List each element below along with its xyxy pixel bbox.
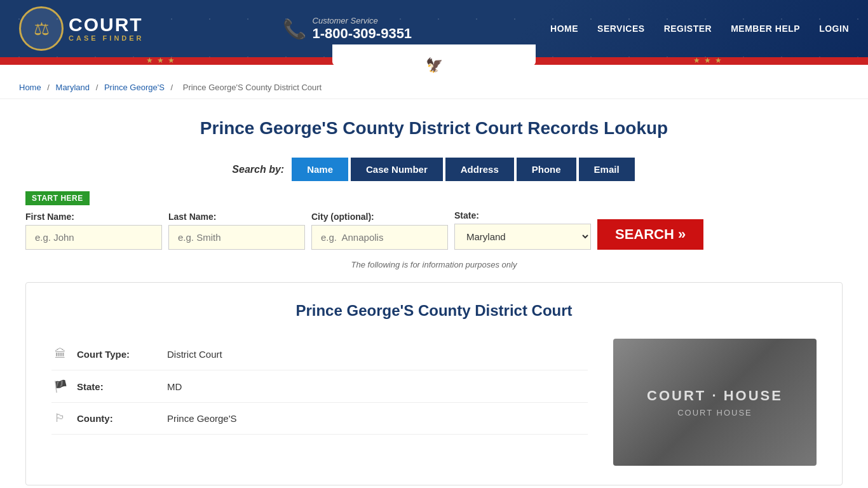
page-title: Prince George'S County District Court Re… [25,118,843,139]
ribbon-area: ★ ★ ★ 🦅 ★ ★ ★ [0,57,868,76]
customer-service: 📞 Customer Service 1-800-309-9351 [283,16,412,42]
breadcrumb-sep: / [47,83,51,92]
logo-text: COURT CASE FINDER [69,15,144,42]
stars-left: ★ ★ ★ [146,56,175,65]
search-form: First Name: Last Name: City (optional): … [25,210,843,250]
court-info-box: Prince George'S County District Court 🏛 … [25,282,843,485]
breadcrumb-maryland[interactable]: Maryland [56,83,90,92]
county-value: Prince George'S [167,413,237,424]
state-value: MD [167,381,182,392]
last-name-group: Last Name: [168,212,305,250]
breadcrumb-sep: / [96,83,100,92]
court-type-icon: 🏛 [51,348,69,361]
breadcrumb-sep: / [170,83,175,92]
court-type-label: Court Type: [77,349,159,360]
county-label: County: [77,413,159,424]
nav-services[interactable]: SERVICES [597,24,645,34]
state-group: State: Maryland Alabama Alaska Virginia … [454,210,591,250]
logo-emblem-icon: ⚖ [34,18,50,39]
cs-label: Customer Service [313,16,412,25]
stars-right: ★ ★ ★ [693,56,722,65]
first-name-label: First Name: [25,212,162,222]
start-here-badge: START HERE [25,191,90,205]
city-group: City (optional): [311,212,448,250]
tab-name[interactable]: Name [292,158,348,181]
tab-email[interactable]: Email [579,158,635,181]
nav-home[interactable]: HOME [550,24,578,34]
court-type-value: District Court [167,349,222,360]
eagle-icon: 🦅 [426,57,443,74]
tab-phone[interactable]: Phone [517,158,576,181]
logo-case-finder-text: CASE FINDER [69,34,144,42]
last-name-label: Last Name: [168,212,305,222]
state-icon: 🏴 [51,379,69,393]
city-input[interactable] [311,225,448,250]
courthouse-text-line2: COURT HOUSE [677,408,752,417]
courthouse-overlay: COURT · HOUSE COURT HOUSE [613,339,817,466]
breadcrumb-current: Prince George'S County District Court [183,83,322,92]
phone-icon: 📞 [283,18,306,40]
star-icon: ★ [146,56,153,65]
main-nav: HOME SERVICES REGISTER MEMBER HELP LOGIN [550,24,849,34]
star-icon: ★ [157,56,164,65]
first-name-group: First Name: [25,212,162,250]
breadcrumb-prince-georges[interactable]: Prince George'S [104,83,165,92]
court-info-title: Prince George'S County District Court [51,302,817,320]
state-select[interactable]: Maryland Alabama Alaska Virginia Califor… [454,224,591,250]
court-type-row: 🏛 Court Type: District Court [51,339,588,370]
court-details: 🏛 Court Type: District Court 🏴 State: MD… [51,339,588,466]
breadcrumb-home[interactable]: Home [19,83,41,92]
tab-case-number[interactable]: Case Number [351,158,443,181]
logo-circle: ⚖ [19,6,64,51]
nav-login[interactable]: LOGIN [819,24,849,34]
star-icon: ★ [693,56,700,65]
main-content: Prince George'S County District Court Re… [0,99,868,488]
ribbon-arc: 🦅 [332,44,536,79]
logo-court-text: COURT [69,15,144,34]
nav-register[interactable]: REGISTER [664,24,712,34]
disclaimer: The following is for information purpose… [25,260,843,269]
court-info-content: 🏛 Court Type: District Court 🏴 State: MD… [51,339,817,466]
search-by-row: Search by: Name Case Number Address Phon… [25,158,843,181]
county-row: 🏳 County: Prince George'S [51,403,588,435]
city-label: City (optional): [311,212,448,222]
cs-phone: 1-800-309-9351 [313,25,412,42]
courthouse-text-line1: COURT · HOUSE [647,388,783,404]
last-name-input[interactable] [168,225,305,250]
star-icon: ★ [168,56,175,65]
logo-area: ⚖ COURT CASE FINDER [19,6,144,51]
state-label-detail: State: [77,381,159,392]
county-icon: 🏳 [51,412,69,425]
state-label: State: [454,210,591,220]
courthouse-image: COURT · HOUSE COURT HOUSE [613,339,817,466]
state-row: 🏴 State: MD [51,370,588,403]
star-icon: ★ [704,56,711,65]
nav-member-help[interactable]: MEMBER HELP [731,24,800,34]
breadcrumb: Home / Maryland / Prince George'S / Prin… [0,76,868,99]
search-button[interactable]: SEARCH » [597,219,703,250]
first-name-input[interactable] [25,225,162,250]
star-icon: ★ [715,56,722,65]
tab-address[interactable]: Address [445,158,514,181]
search-by-label: Search by: [232,164,284,175]
